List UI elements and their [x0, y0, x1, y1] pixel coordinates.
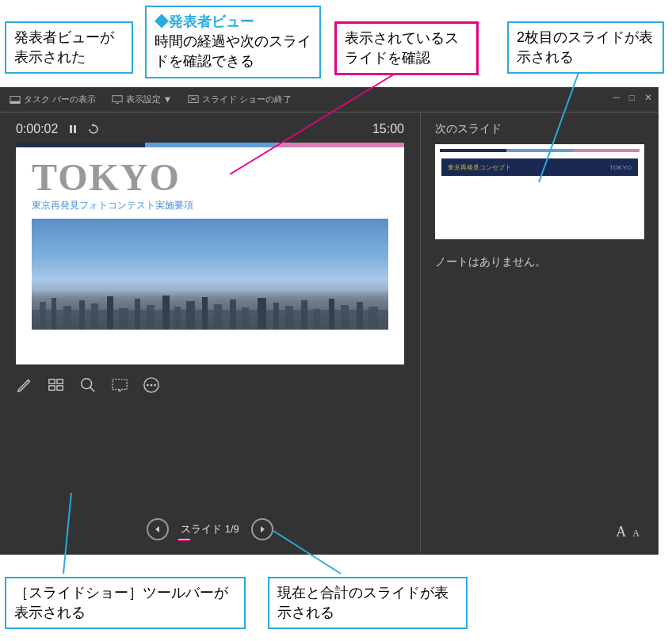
slide-subtitle: 東京再発見フォトコンテスト実施要項	[16, 199, 404, 219]
maximize-button[interactable]: □	[629, 92, 635, 103]
callout-body: 時間の経過や次のスライドを確認できる	[155, 32, 311, 71]
svg-point-52	[151, 384, 153, 387]
callout-text: 表示されているスライドを確認	[345, 30, 459, 66]
callout-text: 2枚目のスライドが表示される	[517, 29, 653, 65]
callout-presenter-view-desc: ◆発表者ビュー 時間の経過や次のスライドを確認できる	[145, 6, 321, 78]
callout-slide-counter: 現在と合計のスライドが表示される	[268, 577, 468, 629]
callout-title: ◆発表者ビュー	[155, 12, 311, 32]
svg-rect-48	[113, 380, 127, 390]
top-toolbar: タスク バーの表示 表示設定 ▼ スライド ショーの終了 ─ □ ✕	[0, 87, 659, 113]
next-slide-button[interactable]	[251, 518, 273, 540]
zoom-icon[interactable]	[79, 376, 97, 394]
window-controls: ─ □ ✕	[613, 92, 652, 103]
see-all-slides-icon[interactable]	[48, 376, 65, 394]
svg-rect-13	[70, 125, 72, 133]
right-panel: 次のスライド 東京再発見コンセプト TOKYO ノートはありません。	[420, 113, 659, 552]
next-slide-preview[interactable]: 東京再発見コンセプト TOKYO	[435, 144, 644, 239]
svg-marker-15	[92, 124, 94, 127]
current-slide-preview[interactable]: TOKYO 東京再発見フォトコンテスト実施要項	[16, 143, 404, 364]
toolbar-label: スライド ショーの終了	[202, 93, 292, 105]
end-icon	[188, 94, 199, 105]
callout-presenter-view-shown: 発表者ビューが表示された	[5, 21, 133, 74]
svg-rect-44	[49, 386, 55, 391]
notes-area: ノートはありません。	[435, 255, 644, 269]
decrease-font-button[interactable]: A	[632, 528, 640, 540]
svg-point-53	[154, 384, 156, 387]
timer-row: 0:00:02 15:00	[16, 122, 404, 136]
svg-marker-54	[155, 526, 159, 532]
close-button[interactable]: ✕	[644, 92, 652, 103]
current-slide-area: 0:00:02 15:00	[0, 113, 420, 552]
svg-marker-55	[261, 526, 265, 532]
svg-rect-45	[57, 386, 63, 391]
slide-accent-bars	[16, 143, 404, 147]
callout-text: ［スライドショー］ツールバーが表示される	[14, 585, 228, 620]
end-slideshow-button[interactable]: スライド ショーの終了	[188, 93, 292, 105]
main-content: 0:00:02 15:00	[0, 113, 659, 552]
bottom-navigation: スライド 1/9	[0, 518, 420, 540]
reset-button[interactable]	[88, 124, 99, 135]
callout-toolbar-shown: ［スライドショー］ツールバーが表示される	[5, 577, 246, 629]
callout-second-slide: 2枚目のスライドが表示される	[507, 21, 664, 74]
svg-rect-8	[113, 95, 122, 101]
next-slide-text-right: TOKYO	[609, 164, 632, 171]
callout-current-slide: 表示されているスライドを確認	[334, 21, 479, 75]
slide-counter: スライド 1/9	[178, 522, 242, 536]
black-screen-icon[interactable]	[111, 376, 128, 394]
slide-photo	[32, 219, 388, 330]
svg-rect-14	[74, 125, 76, 133]
next-slide-content: 東京再発見コンセプト TOKYO	[441, 158, 638, 176]
svg-rect-43	[57, 380, 63, 384]
minimize-button[interactable]: ─	[613, 92, 620, 103]
callout-text: 現在と合計のスライドが表示される	[277, 585, 449, 620]
next-slide-text-left: 東京再発見コンセプト	[448, 163, 511, 172]
toolbar-label: タスク バーの表示	[24, 93, 96, 105]
svg-point-51	[147, 384, 149, 387]
slide-title: TOKYO	[16, 147, 404, 199]
monitor-icon	[112, 94, 123, 105]
slideshow-toolbar	[16, 376, 404, 394]
increase-font-button[interactable]: A	[616, 524, 626, 540]
next-slide-label: 次のスライド	[435, 122, 644, 136]
toolbar-label: 表示設定 ▼	[126, 93, 172, 105]
svg-point-46	[82, 379, 92, 389]
svg-rect-7	[10, 101, 20, 103]
pause-button[interactable]	[67, 124, 78, 135]
display-settings-button[interactable]: 表示設定 ▼	[112, 93, 172, 105]
svg-rect-42	[49, 380, 55, 384]
svg-line-47	[90, 387, 95, 392]
callout-text: 発表者ビューが表示された	[14, 29, 114, 65]
show-taskbar-button[interactable]: タスク バーの表示	[10, 93, 96, 105]
previous-slide-button[interactable]	[147, 518, 169, 540]
elapsed-time: 0:00:02	[16, 122, 58, 136]
font-size-controls: A A	[616, 524, 640, 540]
total-time: 15:00	[372, 122, 404, 136]
taskbar-icon	[10, 94, 21, 105]
notes-text: ノートはありません。	[435, 255, 546, 268]
presenter-view-window: タスク バーの表示 表示設定 ▼ スライド ショーの終了 ─ □ ✕	[0, 87, 659, 555]
more-options-icon[interactable]	[143, 376, 160, 394]
pen-tool-icon[interactable]	[16, 376, 33, 394]
